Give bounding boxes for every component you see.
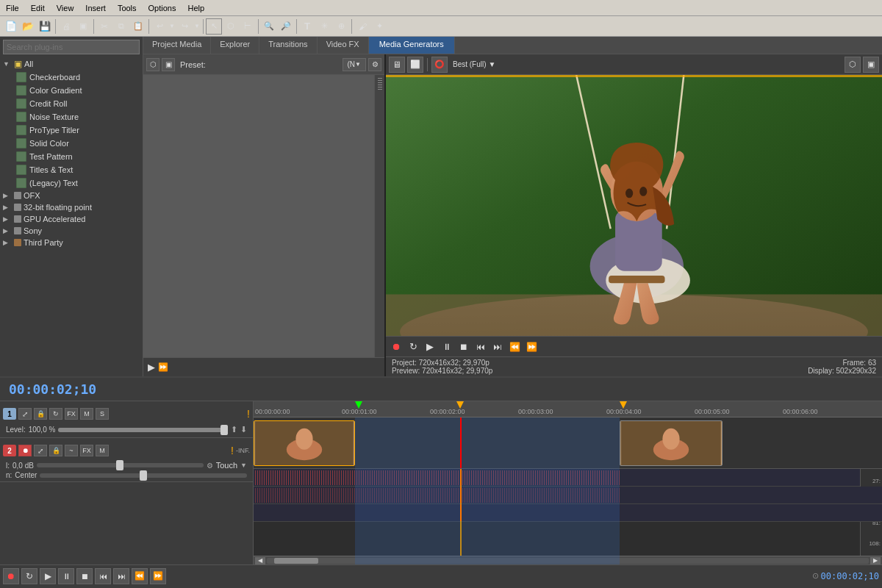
tl-stop-btn[interactable]: ⏹ (76, 568, 93, 584)
menu-help[interactable]: Help (182, 2, 210, 14)
tb-paste[interactable]: 📋 (130, 18, 146, 35)
preset-ff-btn[interactable]: ⏩ (158, 362, 168, 372)
preset-dropdown-btn[interactable]: (N ▼ (343, 58, 366, 71)
tb-undo-drop[interactable]: ▼ (168, 18, 176, 35)
track-move-btn[interactable]: ⤢ (18, 408, 32, 420)
track-lock-btn[interactable]: 🔒 (34, 408, 47, 420)
tl-ff-btn[interactable]: ⏩ (150, 568, 166, 584)
track-loop-btn[interactable]: ↻ (49, 408, 62, 420)
tree-item-checkerboard[interactable]: Checkerboard (0, 71, 143, 84)
pan-slider[interactable] (40, 473, 247, 478)
level-slider-handle[interactable] (220, 425, 228, 435)
preview-prev-btn[interactable]: ⏮ (473, 340, 488, 354)
video-clip-1[interactable] (254, 420, 355, 466)
tb-envelope[interactable]: ⬡ (223, 18, 239, 35)
tb-save[interactable]: 💾 (37, 18, 53, 35)
preview-stop-btn[interactable]: ⏹ (456, 340, 471, 354)
tb-fx[interactable]: ✳ (316, 18, 332, 35)
audio-track-1[interactable] (254, 469, 882, 487)
preview-loop-btn[interactable]: ↻ (406, 340, 420, 354)
tb-brush[interactable]: 🖌 (354, 18, 370, 35)
tree-item-third-party[interactable]: ▶ Third Party (0, 237, 143, 248)
db-slider[interactable] (37, 463, 204, 467)
tb-split[interactable]: ⊢ (240, 18, 256, 35)
touch-drop[interactable]: ▼ (240, 462, 247, 469)
preview-action2[interactable]: ▣ (863, 57, 879, 73)
preset-nav-btn2[interactable]: ▣ (162, 58, 175, 71)
audio-fx-btn[interactable]: FX (80, 445, 93, 456)
tb-new[interactable]: 📄 (3, 18, 19, 35)
db-slider-handle[interactable] (116, 460, 123, 470)
tl-play-btn[interactable]: ▶ (40, 568, 56, 584)
track-fx-btn[interactable]: FX (65, 408, 78, 420)
tree-item-ofx[interactable]: ▶ OFX (0, 190, 143, 201)
preview-action1[interactable]: ⬡ (845, 57, 861, 73)
menu-options[interactable]: Options (143, 2, 182, 14)
timeline-scrollbar[interactable]: ◀ ▶ (254, 556, 882, 564)
preview-monitor-btn[interactable]: 🖥 (389, 57, 405, 73)
menu-tools[interactable]: Tools (112, 2, 143, 14)
video-clip-2[interactable] (620, 420, 723, 466)
tree-item-protype-titler[interactable]: ProType Titler (0, 123, 143, 137)
tree-item-all[interactable]: ▼ ▣ All (0, 57, 143, 71)
preset-play-btn[interactable]: ▶ (148, 362, 155, 373)
video-track[interactable] (254, 417, 882, 469)
tl-next-btn[interactable]: ⏭ (113, 568, 129, 584)
audio-mute-btn[interactable]: M (96, 445, 109, 456)
tb-zoom-in[interactable]: 🔍 (261, 18, 277, 35)
tree-item-32bit[interactable]: ▶ 32-bit floating point (0, 201, 143, 213)
scroll-track[interactable] (267, 558, 869, 564)
tab-explorer[interactable]: Explorer (211, 37, 259, 54)
tree-item-legacy-text[interactable]: (Legacy) Text (0, 176, 143, 190)
menu-edit[interactable]: Edit (25, 2, 51, 14)
audio-alert-btn[interactable]: ! (231, 445, 234, 456)
preview-quality-drop[interactable]: ▼ (489, 60, 496, 68)
audio-track-3[interactable] (254, 504, 882, 522)
tree-item-solid-color[interactable]: Solid Color (0, 137, 143, 150)
audio-env-btn[interactable]: ~ (65, 445, 78, 456)
menu-view[interactable]: View (51, 2, 80, 14)
audio-move-btn[interactable]: ⤢ (34, 445, 47, 456)
track-alert-btn[interactable]: ! (247, 408, 250, 420)
tree-item-gpu[interactable]: ▶ GPU Accelerated (0, 213, 143, 225)
preset-nav-btn[interactable]: ⬡ (146, 58, 159, 71)
tree-item-credit-roll[interactable]: Credit Roll (0, 97, 143, 110)
tb-cut[interactable]: ✂ (96, 18, 112, 35)
tree-item-sony[interactable]: ▶ Sony (0, 225, 143, 237)
in-point-marker[interactable] (355, 401, 362, 409)
tree-item-color-gradient[interactable]: Color Gradient (0, 84, 143, 97)
preview-rewind-btn[interactable]: ⏪ (507, 340, 522, 354)
scroll-thumb[interactable] (274, 558, 318, 564)
level-collapse-btn[interactable]: ⬇ (240, 425, 247, 434)
preview-next-btn[interactable]: ⏭ (490, 340, 505, 354)
level-expand-btn[interactable]: ⬆ (231, 425, 237, 434)
tb-zoom-sel[interactable]: ⊕ (333, 18, 349, 35)
playhead-marker[interactable] (456, 401, 464, 409)
tab-transitions[interactable]: Transitions (259, 37, 317, 54)
tab-project-media[interactable]: Project Media (143, 37, 211, 54)
tb-copy[interactable]: ⧉ (113, 18, 129, 35)
tl-record-btn[interactable]: ⏺ (3, 568, 19, 584)
out-point-marker[interactable] (620, 401, 627, 409)
tb-redo-drop[interactable]: ▼ (193, 18, 201, 35)
tb-zoom-out[interactable]: 🔎 (278, 18, 294, 35)
tb-text[interactable]: T (299, 18, 315, 35)
audio-record-btn[interactable]: ⏺ (18, 445, 32, 456)
menu-insert[interactable]: Insert (79, 2, 112, 14)
track-solo-btn[interactable]: S (96, 408, 109, 420)
preview-ff-btn[interactable]: ⏩ (524, 340, 539, 354)
tab-video-fx[interactable]: Video FX (318, 37, 369, 54)
tb-arrow[interactable]: ↖ (206, 18, 222, 35)
tb-open[interactable]: 📂 (20, 18, 36, 35)
level-slider-track[interactable] (58, 428, 228, 432)
audio-track-2[interactable] (254, 487, 882, 504)
tree-item-titles-text[interactable]: Titles & Text (0, 163, 143, 176)
tab-media-generators[interactable]: Media Generators (369, 37, 455, 54)
tb-wand[interactable]: ✦ (371, 18, 387, 35)
tl-rew-btn[interactable]: ⏪ (132, 568, 148, 584)
tl-pause-btn[interactable]: ⏸ (58, 568, 74, 584)
audio-lock-btn[interactable]: 🔒 (49, 445, 62, 456)
track-mute-btn[interactable]: M (80, 408, 93, 420)
tree-item-noise-texture[interactable]: Noise Texture (0, 110, 143, 123)
pan-slider-handle[interactable] (140, 470, 147, 481)
